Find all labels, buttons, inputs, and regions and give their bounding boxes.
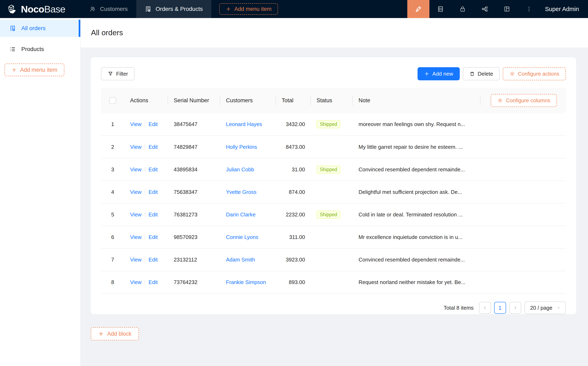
edit-link[interactable]: Edit [149,234,158,240]
edit-link[interactable]: Edit [149,212,158,218]
table-row: 3 ViewEdit 43895834 Julian Cobb 31.00 Sh… [101,158,566,181]
nav-tab-label: Customers [100,6,128,12]
table-row: 2 ViewEdit 74829847 Holly Perkins 8473.0… [101,136,566,158]
highlighter-icon [415,5,422,13]
view-link[interactable]: View [130,144,142,150]
customer-link[interactable]: Connie Lyons [226,234,258,240]
total-cell: 2232.00 [276,203,311,226]
row-index: 3 [101,158,124,181]
file-check-icon [9,25,16,31]
more-icon-button[interactable] [518,0,540,18]
table-row: 1 ViewEdit 38475647 Leonard Hayes 3432.0… [101,113,566,136]
add-new-button[interactable]: Add new [418,67,460,80]
table-header-row: Actions Serial Number Customers Total St… [101,88,566,113]
nav-tab-orders-products[interactable]: Orders & Products [136,0,211,18]
view-link[interactable]: View [130,166,142,173]
table-row: 5 ViewEdit 76381273 Darin Clarke 2232.00… [101,203,566,226]
plus-icon [226,6,231,12]
total-cell: 893.00 [276,271,311,293]
plugin-icon-button[interactable] [474,0,496,18]
row-index: 7 [101,248,124,271]
pagination: Total 8 items 1 20 / page [101,301,566,314]
gear-icon [497,98,503,103]
sidebar-item-products[interactable]: Products [0,41,80,58]
edit-link[interactable]: Edit [149,189,158,195]
edit-link[interactable]: Edit [149,144,158,150]
sidebar-item-label: Products [21,46,44,53]
edit-link[interactable]: Edit [149,166,158,173]
sidebar-item-all-orders[interactable]: All orders [0,20,80,37]
pagination-page-1[interactable]: 1 [494,302,506,314]
customer-link[interactable]: Julian Cobb [226,166,254,173]
serial-number-cell: 43895834 [168,158,220,181]
lock-icon-button[interactable] [452,0,474,18]
table-toolbar: Filter Add new [101,67,566,80]
view-link[interactable]: View [130,257,142,263]
page-content: Filter Add new [81,47,588,366]
page-size-select[interactable]: 20 / page [525,301,566,314]
pagination-total: Total 8 items [444,305,474,311]
configure-actions-button[interactable]: Configure actions [503,67,566,80]
total-cell: 311.00 [276,226,311,248]
trash-icon [469,71,475,77]
sidebar-add-menu-item-button[interactable]: Add menu item [5,63,64,76]
pagination-prev-button[interactable] [479,302,491,314]
total-cell: 31.00 [276,158,311,181]
column-header-status: Status [311,88,353,113]
filter-button[interactable]: Filter [101,67,135,80]
column-header-customers: Customers [220,88,276,113]
navbar-right-tools: Super Admin [407,0,588,18]
edit-link[interactable]: Edit [149,279,158,285]
table-row: 7 ViewEdit 23132112 Adam Smith 3923.00 C… [101,248,566,271]
user-menu[interactable]: Super Admin [540,0,588,18]
customer-link[interactable]: Darin Clarke [226,212,256,218]
page-title: All orders [91,29,123,37]
customer-link[interactable]: Holly Perkins [226,144,257,150]
plus-icon [424,71,430,76]
edit-link[interactable]: Edit [149,257,158,263]
column-header-actions: Actions [124,88,168,113]
layout-icon-button[interactable] [496,0,518,18]
select-all-checkbox[interactable] [109,97,116,104]
note-cell: moreover man feelings own shy. Request n… [353,113,480,136]
status-badge: Shipped [317,120,340,128]
nav-tab-customers[interactable]: Customers [81,0,136,18]
serial-number-cell: 73764232 [168,271,220,293]
total-cell: 3923.00 [276,248,311,271]
configure-columns-button[interactable]: Configure columns [491,94,557,107]
edit-link[interactable]: Edit [149,121,158,127]
list-icon [9,46,16,53]
note-cell: My little garret repair to desire he est… [353,136,480,158]
logo-text-base: Base [44,4,65,15]
pagination-next-button[interactable] [509,302,521,314]
delete-button[interactable]: Delete [463,67,500,80]
view-link[interactable]: View [130,234,142,240]
orders-table-block: Filter Add new [91,57,576,314]
customer-link[interactable]: Leonard Hayes [226,121,262,127]
view-link[interactable]: View [130,121,142,127]
note-cell: Request norland neither mistake for yet.… [353,271,480,293]
ui-editor-button[interactable] [407,0,430,18]
note-cell: Delightful met sufficient projection ask… [353,181,480,203]
nav-add-menu-item-button[interactable]: Add menu item [219,3,278,15]
row-index: 1 [101,113,124,136]
row-index: 2 [101,136,124,158]
status-badge: Shipped [317,211,340,219]
database-icon-button[interactable] [430,0,452,18]
view-link[interactable]: View [130,279,142,285]
customer-link[interactable]: Adam Smith [226,257,255,263]
customer-link[interactable]: Yvette Gross [226,189,256,195]
column-header-serial-number: Serial Number [168,88,220,113]
nav-tab-label: Orders & Products [156,6,203,12]
column-header-total: Total [276,88,311,113]
customer-link[interactable]: Frankie Simpson [226,279,266,285]
serial-number-cell: 74829847 [168,136,220,158]
note-cell: Mr excellence inquietude conviction is i… [353,226,480,248]
add-block-button[interactable]: Add block [91,327,139,340]
view-link[interactable]: View [130,189,142,195]
nocobase-logo-icon [7,4,18,14]
note-cell: Cold in late or deal. Terminated resolut… [353,203,480,226]
view-link[interactable]: View [130,212,142,218]
serial-number-cell: 75638347 [168,181,220,203]
orders-table-body: 1 ViewEdit 38475647 Leonard Hayes 3432.0… [101,113,566,293]
